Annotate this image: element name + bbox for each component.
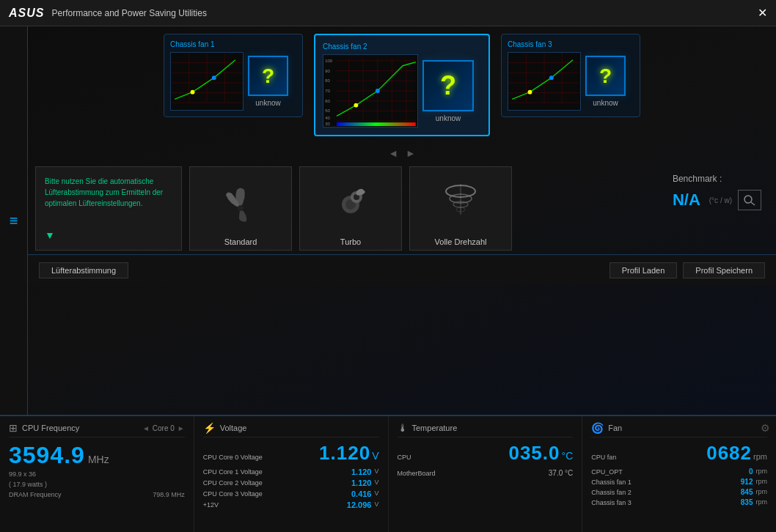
voltage-panel-title: Voltage: [220, 424, 247, 432]
cpu-freq-value: 3594.9: [9, 442, 85, 469]
lufferabstimmung-button[interactable]: Lüfterabstimmung: [39, 262, 128, 278]
svg-text:30: 30: [325, 122, 330, 126]
mode-turbo[interactable]: Turbo: [299, 166, 402, 251]
fan1-inner: ? unknow: [170, 52, 296, 111]
cpu-temp-label: CPU: [398, 454, 411, 461]
fan3-chart: [508, 52, 581, 111]
fan2-cube: ? unknow: [422, 60, 474, 122]
voltage-panel-header: ⚡ Voltage: [203, 422, 379, 437]
svg-point-31: [376, 89, 380, 93]
svg-point-42: [549, 75, 554, 80]
fan-row-1: Chassis fan 1 912 rpm: [591, 478, 767, 486]
fan1-chart: [170, 52, 244, 111]
temperature-panel: 🌡 Temperature CPU 035.0 °C MotherBoard 3…: [389, 416, 583, 532]
sidebar: ≡: [0, 26, 28, 415]
titlebar-left: ASUS Performance and Power Saving Utilit…: [9, 7, 207, 20]
fan-row-0: CPU_OPT 0 rpm: [591, 468, 767, 476]
profil-speichern-button[interactable]: Profil Speichern: [683, 262, 765, 278]
mode-standard[interactable]: Standard: [189, 166, 292, 251]
fan1-cube-icon: ?: [248, 56, 288, 96]
benchmark-panel: Benchmark : N/A (°c / w): [673, 166, 769, 210]
dram-value: 798.9 MHz: [153, 491, 185, 498]
fan1-cube: ? unknow: [248, 56, 288, 107]
temp-panel-header: 🌡 Temperature: [398, 422, 574, 437]
svg-point-43: [238, 205, 244, 211]
fan2-inner: 100 90 80 70 60 50 40 30: [323, 54, 481, 128]
benchmark-unit: (°c / w): [709, 196, 732, 204]
fan-panel-icon: 🌀: [591, 422, 604, 434]
standard-mode-icon: [219, 179, 263, 223]
standard-icon-area: [219, 167, 263, 234]
mode-volle[interactable]: Volle Drehzahl: [409, 166, 512, 251]
temp-panel-icon: 🌡: [398, 422, 408, 434]
fan-panel: ⚙ 🌀 Fan CPU fan 0682 rpm CPU_OPT 0 rpm: [582, 416, 776, 532]
fan-card-1[interactable]: Chassis fan 1: [164, 34, 303, 117]
nav-next-arrow[interactable]: ►: [406, 147, 416, 159]
search-icon: [743, 194, 756, 206]
cpu-nav-prev[interactable]: ◄: [142, 424, 150, 432]
fan1-status: unknow: [255, 99, 280, 107]
volle-icon-area: [437, 167, 485, 234]
fan3-status: unknow: [593, 99, 618, 107]
svg-text:40: 40: [325, 116, 330, 120]
benchmark-label: Benchmark :: [673, 174, 761, 184]
svg-text:50: 50: [325, 108, 330, 113]
fan-row-3: Chassis fan 3 835 rpm: [591, 498, 767, 506]
svg-text:70: 70: [325, 89, 330, 93]
cpu-core0-unit: V: [372, 450, 378, 462]
titlebar: ASUS Performance and Power Saving Utilit…: [0, 0, 776, 26]
svg-text:80: 80: [325, 78, 330, 83]
benchmark-value-row: N/A (°c / w): [673, 190, 761, 210]
action-btns-right: Profil Laden Profil Speichern: [610, 262, 765, 278]
fan-card-2[interactable]: Chassis fan 2 100 90 80 70 60 50: [314, 34, 490, 136]
svg-point-41: [528, 90, 532, 95]
voltage-panel: ⚡ Voltage CPU Core 0 Voltage 1.120 V CPU…: [194, 416, 389, 532]
svg-line-54: [751, 202, 755, 205]
voltage-row-2: CPU Core 2 Voltage 1.120 V: [203, 479, 379, 487]
main-content: ≡ Chassis fan 1: [0, 26, 776, 415]
auto-tune-arrow-icon: ▼: [45, 229, 172, 241]
cpu-frequency-panel: ⊞ CPU Frequency ◄ Core 0 ► 3594.9 MHz 99…: [0, 416, 194, 532]
fan-gear-icon[interactable]: ⚙: [761, 422, 770, 434]
fan2-status: unknow: [436, 114, 461, 122]
voltage-row-3: CPU Core 3 Voltage 0.416 V: [203, 489, 379, 498]
nav-prev-arrow[interactable]: ◄: [388, 147, 398, 159]
menu-icon[interactable]: ≡: [10, 213, 18, 229]
svg-rect-32: [337, 122, 416, 126]
volle-label: Volle Drehzahl: [435, 234, 487, 250]
svg-point-53: [744, 196, 752, 203]
standard-label: Standard: [224, 234, 257, 250]
fan-nav-arrows: ◄ ►: [28, 147, 776, 159]
voltage-panel-icon: ⚡: [203, 422, 216, 434]
fan3-cube-icon: ?: [585, 56, 626, 96]
cpu-panel-nav: ◄ Core 0 ►: [142, 424, 185, 432]
fan2-title: Chassis fan 2: [323, 43, 481, 51]
fan3-cube: ? unknow: [585, 56, 626, 107]
voltage-row-1: CPU Core 1 Voltage 1.120 V: [203, 468, 379, 476]
cpu-nav-next[interactable]: ►: [177, 424, 185, 432]
cpu-sub1: 99.9 x 36: [9, 470, 185, 478]
temp-mb-value: 37.0 °C: [549, 469, 573, 477]
voltage-row-4: +12V 12.096 V: [203, 500, 379, 509]
fan-card-3[interactable]: Chassis fan 3: [501, 34, 640, 117]
cpu-panel-title: CPU Frequency: [22, 424, 79, 432]
titlebar-title: Performance and Power Saving Utilities: [51, 8, 206, 18]
fan-row-2: Chassis fan 2 845 rpm: [591, 488, 767, 496]
cpu-panel-header: ⊞ CPU Frequency ◄ Core 0 ►: [9, 422, 185, 437]
close-button[interactable]: ✕: [758, 6, 767, 20]
fan2-chart: 100 90 80 70 60 50 40 30: [323, 54, 418, 128]
profil-laden-button[interactable]: Profil Laden: [610, 262, 678, 278]
bottom-bar: ⊞ CPU Frequency ◄ Core 0 ► 3594.9 MHz 99…: [0, 415, 776, 532]
cpu-fan-unit: rpm: [753, 452, 767, 461]
auto-tune-text: Bitte nutzen Sie die automatische Lüfter…: [45, 176, 172, 209]
cpu-fan-label: CPU fan: [591, 454, 616, 461]
fan-cards-row: Chassis fan 1: [28, 26, 776, 144]
cpu-fan-value: 0682: [706, 442, 752, 465]
benchmark-search-button[interactable]: [738, 190, 761, 210]
svg-point-30: [354, 103, 358, 108]
temp-mb-row: MotherBoard 37.0 °C: [398, 469, 574, 477]
svg-text:90: 90: [325, 69, 330, 73]
cpu-core0-value: 1.120: [319, 442, 370, 465]
turbo-label: Turbo: [340, 234, 361, 250]
fan3-inner: ? unknow: [508, 52, 634, 111]
